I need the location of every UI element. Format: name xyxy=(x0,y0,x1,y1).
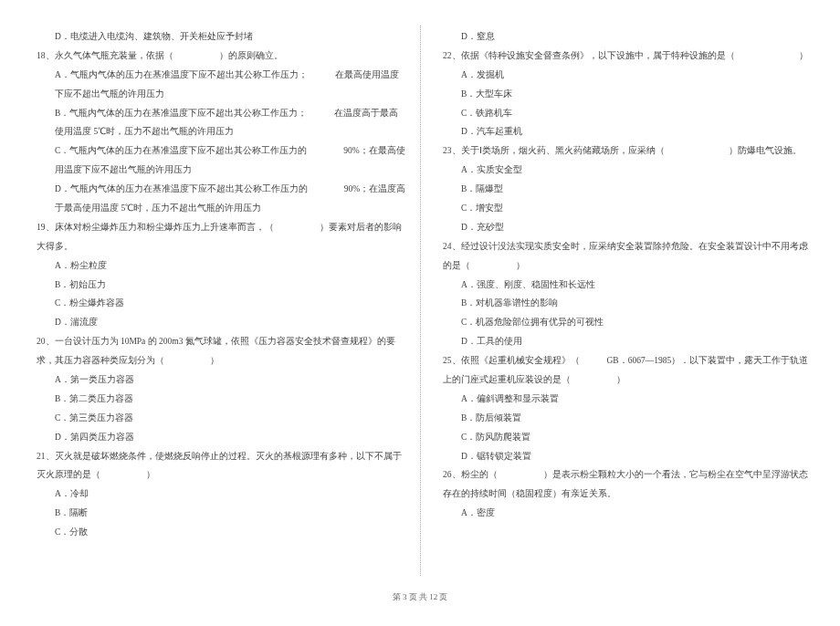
question-text: 23、关于Ⅰ类场所，烟火药、黑火药储藏场所，应采纳（ ）防爆电气设施。 xyxy=(434,141,813,161)
option-text: D．工具的使用 xyxy=(434,332,813,351)
option-text: D．充砂型 xyxy=(434,218,813,237)
question-text: 21、灭火就是破坏燃烧条件，使燃烧反响停止的过程。灭火的基根源理有多种，以下不属… xyxy=(27,447,406,485)
option-text: D．第四类压力容器 xyxy=(27,428,406,447)
option-text: C．防风防爬装置 xyxy=(434,428,813,447)
option-text: C．增安型 xyxy=(434,199,813,218)
option-text: A．粉尘粒度 xyxy=(27,256,406,276)
option-text: B．防后倾装置 xyxy=(434,409,813,428)
option-text: C．铁路机车 xyxy=(434,104,813,123)
option-text: B．隔爆型 xyxy=(434,180,813,199)
question-text: 19、床体对粉尘爆炸压力和粉尘爆炸压力上升速率而言，（ ）要素对后者的影响大得多… xyxy=(27,218,406,256)
question-text: 18、永久气体气瓶充装量，依据（ ）的原则确立。 xyxy=(27,47,406,66)
option-text: D．窒息 xyxy=(434,27,813,47)
right-column: D．窒息 22、依据《特种设施安全督查条例》，以下设施中，属于特种设施的是（ ）… xyxy=(434,27,813,584)
column-divider xyxy=(420,26,421,576)
option-text: D．锯转锁定装置 xyxy=(434,447,813,466)
option-text: D．湍流度 xyxy=(27,313,406,332)
option-text: A．偏斜调整和显示装置 xyxy=(434,390,813,409)
question-text: 24、经过设计没法实现实质安全时，应采纳安全装置除掉危险。在安全装置设计中不用考… xyxy=(434,237,813,276)
option-text: A．强度、刚度、稳固性和长远性 xyxy=(434,276,813,295)
page-footer: 第 3 页 共 12 页 xyxy=(27,591,813,603)
question-text: 25、依照《起重机械安全规程》（ GB．6067—1985）．以下装置中，露天工… xyxy=(434,351,813,390)
option-text: A．实质安全型 xyxy=(434,161,813,180)
option-text: B．气瓶内气体的压力在基准温度下应不超出其公称工作压力； 在温度高于最高使用温度… xyxy=(27,104,406,142)
left-column: D．电缆进入电缆沟、建筑物、开关柜处应予封堵 18、永久气体气瓶充装量，依据（ … xyxy=(27,27,406,584)
option-text: A．冷却 xyxy=(27,485,406,504)
option-text: D．汽车起重机 xyxy=(434,122,813,141)
option-text: B．对机器靠谱性的影响 xyxy=(434,294,813,313)
option-text: B．初始压力 xyxy=(27,276,406,295)
option-text: B．大型车床 xyxy=(434,85,813,104)
option-text: A．发掘机 xyxy=(434,66,813,85)
option-text: A．气瓶内气体的压力在基准温度下应不超出其公称工作压力； 在最高使用温度下应不超… xyxy=(27,66,406,104)
option-text: D．气瓶内气体的压力在基准温度下应不超出其公称工作压力的 90%；在温度高于最高… xyxy=(27,180,406,218)
option-text: C．粉尘爆炸容器 xyxy=(27,294,406,313)
option-text: C．气瓶内气体的压力在基准温度下应不超出其公称工作压力的 90%；在最高使用温度… xyxy=(27,141,406,180)
option-text: B．第二类压力容器 xyxy=(27,390,406,409)
option-text: B．隔断 xyxy=(27,504,406,523)
option-text: D．电缆进入电缆沟、建筑物、开关柜处应予封堵 xyxy=(27,27,406,47)
question-text: 22、依据《特种设施安全督查条例》，以下设施中，属于特种设施的是（ ） xyxy=(434,47,813,66)
option-text: C．第三类压力容器 xyxy=(27,409,406,428)
option-text: C．机器危险部位拥有优异的可视性 xyxy=(434,313,813,332)
question-text: 26、粉尘的（ ）是表示粉尘颗粒大小的一个看法，它与粉尘在空气中呈浮游状态存在的… xyxy=(434,465,813,504)
option-text: A．密度 xyxy=(434,504,813,523)
document-page: D．电缆进入电缆沟、建筑物、开关柜处应予封堵 18、永久气体气瓶充装量，依据（ … xyxy=(0,0,840,626)
option-text: A．第一类压力容器 xyxy=(27,370,406,390)
option-text: C．分散 xyxy=(27,523,406,542)
question-text: 20、一台设计压力为 10MPa 的 200m3 氮气球罐，依照《压力容器安全技… xyxy=(27,332,406,370)
